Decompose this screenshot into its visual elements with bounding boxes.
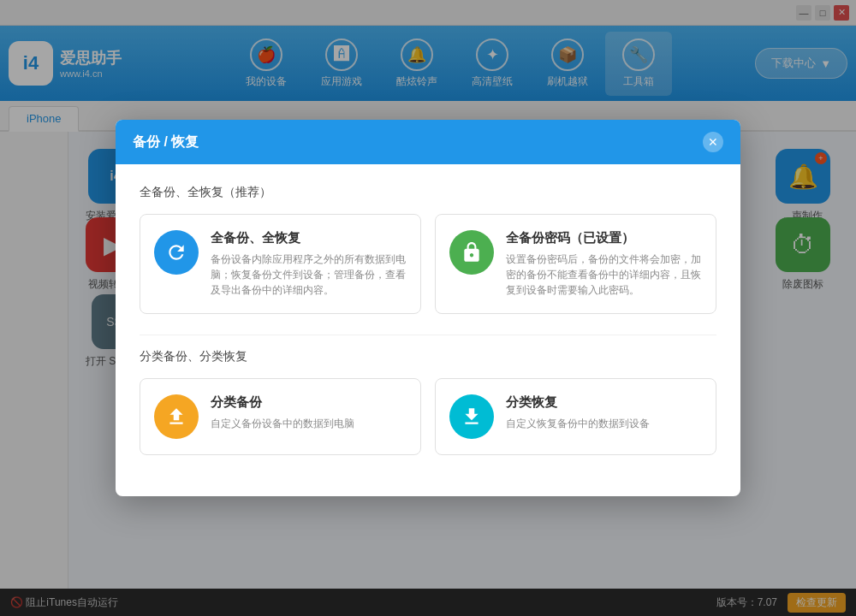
dialog-header: 备份 / 恢复 ✕ bbox=[116, 120, 740, 164]
full-backup-title: 全备份、全恢复 bbox=[211, 230, 407, 246]
section-divider bbox=[140, 335, 716, 335]
category-backup-title: 分类备份 bbox=[211, 394, 407, 411]
category-restore-title: 分类恢复 bbox=[506, 394, 702, 411]
category-restore-card[interactable]: 分类恢复 自定义恢复备份中的数据到设备 bbox=[435, 378, 716, 455]
lock-icon bbox=[461, 241, 483, 264]
full-backup-section: 全备份、全恢复 备份设备内除应用程序之外的所有数据到电脑；恢复备份文件到设备；管… bbox=[140, 214, 716, 314]
dialog-close-button[interactable]: ✕ bbox=[703, 132, 723, 152]
category-backup-content: 分类备份 自定义备份设备中的数据到电脑 bbox=[211, 394, 407, 431]
upload-icon bbox=[165, 406, 187, 428]
full-backup-card[interactable]: 全备份、全恢复 备份设备内除应用程序之外的所有数据到电脑；恢复备份文件到设备；管… bbox=[140, 214, 421, 314]
category-backup-card[interactable]: 分类备份 自定义备份设备中的数据到电脑 bbox=[140, 378, 421, 455]
dialog-title: 备份 / 恢复 bbox=[133, 133, 199, 151]
backup-password-content: 全备份密码（已设置） 设置备份密码后，备份的文件将会加密，加密的备份不能查看备份… bbox=[506, 230, 702, 298]
download-icon bbox=[461, 406, 483, 428]
modal-overlay: 备份 / 恢复 ✕ 全备份、全恢复（推荐） 全备份、全恢复 备份设备内除应用程序… bbox=[0, 0, 856, 616]
backup-password-title: 全备份密码（已设置） bbox=[506, 230, 702, 246]
category-restore-icon bbox=[449, 394, 494, 439]
backup-restore-dialog: 备份 / 恢复 ✕ 全备份、全恢复（推荐） 全备份、全恢复 备份设备内除应用程序… bbox=[116, 120, 740, 496]
backup-password-icon bbox=[449, 230, 494, 275]
category-restore-desc: 自定义恢复备份中的数据到设备 bbox=[506, 416, 702, 431]
backup-password-card[interactable]: 全备份密码（已设置） 设置备份密码后，备份的文件将会加密，加密的备份不能查看备份… bbox=[435, 214, 716, 314]
full-backup-desc: 备份设备内除应用程序之外的所有数据到电脑；恢复备份文件到设备；管理备份，查看及导… bbox=[211, 252, 407, 298]
section1-title: 全备份、全恢复（推荐） bbox=[140, 185, 716, 200]
backup-password-desc: 设置备份密码后，备份的文件将会加密，加密的备份不能查看备份中的详细内容，且恢复到… bbox=[506, 252, 702, 298]
refresh-icon bbox=[165, 241, 187, 264]
section2-title: 分类备份、分类恢复 bbox=[140, 349, 716, 364]
category-backup-icon bbox=[154, 394, 199, 439]
full-backup-content: 全备份、全恢复 备份设备内除应用程序之外的所有数据到电脑；恢复备份文件到设备；管… bbox=[211, 230, 407, 298]
full-backup-icon bbox=[154, 230, 199, 275]
category-backup-desc: 自定义备份设备中的数据到电脑 bbox=[211, 416, 407, 431]
category-restore-content: 分类恢复 自定义恢复备份中的数据到设备 bbox=[506, 394, 702, 431]
dialog-body: 全备份、全恢复（推荐） 全备份、全恢复 备份设备内除应用程序之外的所有数据到电脑… bbox=[116, 164, 740, 496]
category-section: 分类备份 自定义备份设备中的数据到电脑 分类恢复 自定义恢复备份中的数据到设备 bbox=[140, 378, 716, 455]
